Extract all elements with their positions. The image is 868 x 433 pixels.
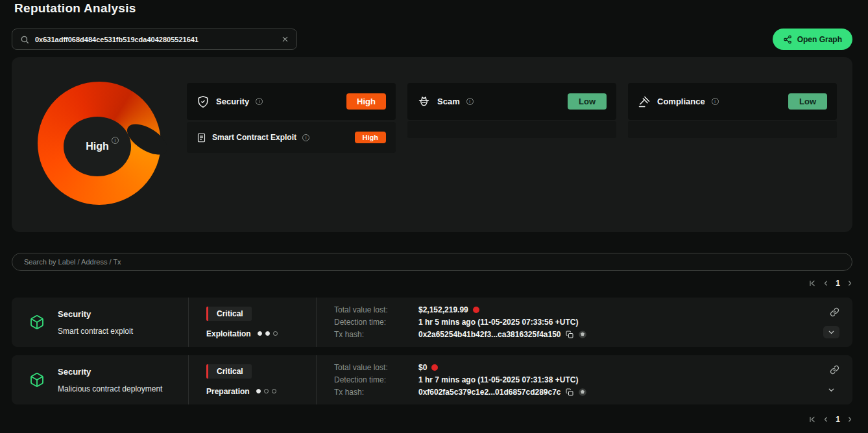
compliance-empty-strip bbox=[628, 121, 837, 138]
alert-title: Smart contract exploit bbox=[58, 327, 133, 336]
scam-row[interactable]: Scam Low bbox=[407, 83, 616, 120]
security-category: Security High Smart Contract Exploit Hig… bbox=[187, 83, 396, 153]
loss-indicator-icon bbox=[473, 307, 479, 313]
alert-severity-section: Critical Preparation bbox=[189, 355, 316, 404]
compliance-row[interactable]: Compliance Low bbox=[628, 83, 837, 120]
alert-row: Security Smart contract exploit Critical… bbox=[12, 298, 852, 347]
gavel-icon bbox=[638, 95, 651, 108]
prev-page-button[interactable] bbox=[822, 279, 830, 287]
alert-details: Total value lost: $2,152,219.99 Detectio… bbox=[317, 298, 812, 347]
gauge-center: High bbox=[64, 117, 131, 176]
explorer-button[interactable] bbox=[578, 330, 587, 339]
alert-category: Security bbox=[58, 309, 133, 319]
scam-category: Scam Low bbox=[407, 83, 616, 138]
link-button[interactable] bbox=[830, 365, 839, 375]
stage-name: Preparation bbox=[206, 387, 250, 396]
reputation-summary-card: High Security High Smart Contract Exploi… bbox=[12, 57, 852, 232]
filter-search-input[interactable] bbox=[24, 258, 840, 266]
next-page-button[interactable] bbox=[846, 415, 854, 423]
category-name: Scam bbox=[437, 97, 460, 106]
cube-icon bbox=[29, 372, 45, 388]
severity-badge: Critical bbox=[206, 364, 252, 379]
link-button[interactable] bbox=[830, 307, 839, 317]
smart-contract-exploit-row[interactable]: Smart Contract Exploit High bbox=[187, 122, 396, 153]
expand-button[interactable] bbox=[823, 326, 839, 338]
expand-button[interactable] bbox=[823, 384, 839, 396]
detection-time-label: Detection time: bbox=[334, 375, 418, 384]
link-icon bbox=[830, 307, 839, 317]
alert-details: Total value lost: $0 Detection time: 1 h… bbox=[317, 355, 812, 404]
page-title: Reputation Analysis bbox=[14, 1, 136, 16]
chevron-right-icon bbox=[846, 415, 854, 423]
compliance-category: Compliance Low bbox=[628, 83, 837, 138]
total-value-lost-label: Total value lost: bbox=[334, 363, 418, 372]
alert-title: Malicious contract deployment bbox=[58, 384, 162, 393]
graph-icon bbox=[783, 35, 792, 44]
explorer-button[interactable] bbox=[578, 388, 587, 397]
alert-severity-section: Critical Exploitation bbox=[189, 298, 316, 347]
tx-hash-label: Tx hash: bbox=[334, 330, 418, 339]
first-page-button[interactable] bbox=[808, 415, 816, 423]
total-value-lost-label: Total value lost: bbox=[334, 305, 418, 314]
alert-identity: Security Smart contract exploit bbox=[12, 298, 188, 347]
info-icon[interactable] bbox=[112, 137, 119, 144]
stage-progress-dots bbox=[256, 389, 276, 393]
security-row[interactable]: Security High bbox=[187, 83, 396, 120]
info-icon[interactable] bbox=[256, 98, 263, 105]
next-page-button[interactable] bbox=[846, 279, 854, 287]
tx-hash-label: Tx hash: bbox=[334, 388, 418, 397]
copy-button[interactable] bbox=[566, 331, 573, 338]
current-page: 1 bbox=[836, 279, 840, 288]
first-page-icon bbox=[808, 415, 816, 423]
alert-row: Security Malicious contract deployment C… bbox=[12, 355, 852, 404]
chevron-right-icon bbox=[846, 279, 854, 287]
alert-identity: Security Malicious contract deployment bbox=[12, 355, 188, 404]
scam-level-badge: Low bbox=[568, 93, 607, 110]
overall-risk-label: High bbox=[86, 141, 109, 152]
search-icon bbox=[20, 35, 29, 44]
clear-search-button[interactable] bbox=[282, 36, 289, 43]
address-search-input[interactable] bbox=[35, 36, 276, 43]
total-value-lost: $2,152,219.99 bbox=[418, 305, 468, 314]
chevron-down-icon bbox=[827, 328, 836, 336]
alert-category: Security bbox=[58, 367, 162, 377]
current-page: 1 bbox=[836, 415, 840, 424]
info-icon[interactable] bbox=[302, 134, 309, 141]
open-graph-button[interactable]: Open Graph bbox=[773, 29, 852, 50]
pagination-top: 1 bbox=[808, 279, 854, 288]
address-search[interactable] bbox=[12, 29, 297, 50]
shield-icon bbox=[197, 95, 210, 108]
copy-icon bbox=[566, 331, 573, 338]
pagination-bottom: 1 bbox=[808, 415, 854, 424]
prev-page-button[interactable] bbox=[822, 415, 830, 423]
subcategory-name: Smart Contract Exploit bbox=[212, 133, 296, 142]
copy-button[interactable] bbox=[566, 388, 573, 396]
explorer-icon bbox=[578, 330, 587, 339]
total-value-lost: $0 bbox=[418, 363, 427, 372]
scam-icon bbox=[417, 95, 431, 108]
security-level-badge: High bbox=[346, 93, 386, 110]
info-icon[interactable] bbox=[466, 98, 474, 105]
category-name: Compliance bbox=[657, 97, 705, 106]
info-icon[interactable] bbox=[712, 98, 719, 105]
explorer-icon bbox=[578, 388, 587, 397]
scam-empty-strip bbox=[407, 121, 616, 138]
risk-gauge: High bbox=[38, 82, 161, 205]
first-page-button[interactable] bbox=[808, 279, 816, 287]
filter-search[interactable] bbox=[12, 253, 852, 271]
severity-badge: Critical bbox=[206, 307, 252, 321]
link-icon bbox=[830, 365, 839, 375]
cube-icon bbox=[29, 314, 45, 330]
loss-indicator-icon bbox=[431, 364, 438, 371]
copy-icon bbox=[566, 388, 573, 396]
exploit-level-badge: High bbox=[355, 132, 386, 143]
detection-time: 1 hr 5 mins ago (11-05-2025 07:33:56 +UT… bbox=[418, 318, 578, 327]
alert-actions bbox=[812, 355, 852, 404]
contract-icon bbox=[197, 133, 206, 143]
stage-name: Exploitation bbox=[206, 329, 251, 338]
alert-actions bbox=[812, 298, 852, 347]
chevron-down-icon bbox=[827, 386, 836, 394]
detection-time-label: Detection time: bbox=[334, 318, 418, 327]
detection-time: 1 hr 7 mins ago (11-05-2025 07:31:38 +UT… bbox=[418, 375, 578, 384]
first-page-icon bbox=[808, 279, 816, 287]
